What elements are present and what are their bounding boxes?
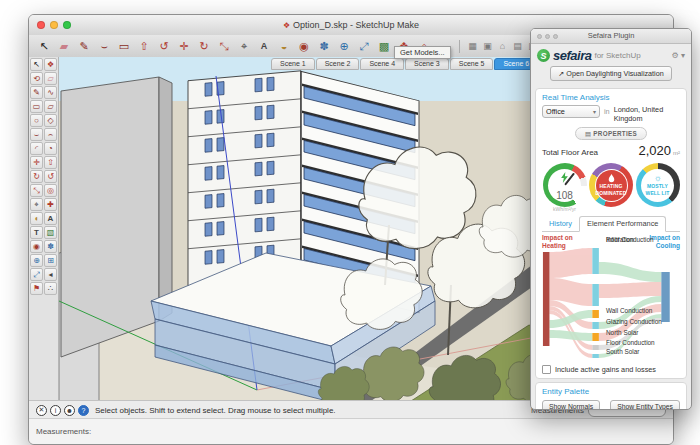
pie-tool[interactable]: ◔ [44,142,57,155]
freehand-tool[interactable]: ∿ [44,86,57,99]
select-tool[interactable]: ↖ [30,58,43,71]
analysis-tabs: History Element Performance [542,216,680,232]
rotate-tool[interactable]: ↻ [30,170,43,183]
zoom-extents-tool[interactable]: ⤢ [30,268,43,281]
eraser-tool-icon[interactable]: ▰ [54,38,74,55]
open-daylighting-button[interactable]: ↗ Open Daylighting Visualization [550,66,671,81]
tab-history[interactable]: History [542,217,579,231]
rectangle-tool-icon[interactable]: ▭ [114,38,134,55]
zoom-window-tool[interactable]: ⊞ [44,254,57,267]
real-time-analysis-heading: Real Time Analysis [542,93,680,102]
sefaira-brand-suffix: for SketchUp [594,51,640,60]
zoom-window-button[interactable] [63,21,71,29]
orbit-tool[interactable]: ◉ [30,240,43,253]
plugin-toolbar-icon-2[interactable]: ▣ [480,38,495,55]
line-tool[interactable]: ✎ [30,86,43,99]
plugin-toolbar-icon-3[interactable]: ⌂ [495,38,510,55]
show-entity-types-button[interactable]: Show Entity Types [610,400,680,410]
orbit-tool-icon[interactable]: ◉ [294,38,314,55]
scene-tabs: Scene 1Scene 2Scene 4Scene 3Scene 5Scene… [271,58,538,70]
energy-unit: kWh/m²/yr [542,206,587,212]
text-tool[interactable]: A [44,212,57,225]
tape-measure-tool-icon[interactable]: ⌖ [234,38,254,55]
circle-tool[interactable]: ○ [30,114,43,127]
move-tool-icon[interactable]: ✛ [174,38,194,55]
position-camera-tool[interactable]: ⚑ [30,282,43,295]
3d-text-tool[interactable]: T [30,226,43,239]
tape-measure-tool[interactable]: ⌖ [30,198,43,211]
previous-view-tool[interactable]: ◂ [44,268,57,281]
scene-tab[interactable]: Scene 2 [316,58,360,70]
pan-tool-icon[interactable]: ✽ [314,38,334,55]
materials-icon[interactable]: ▩ [374,38,394,55]
sefaira-minimize-button[interactable] [545,34,550,39]
follow-me-tool[interactable]: ↺ [44,170,57,183]
measurements-bar: Measurements: [29,418,673,444]
sefaira-titlebar: Sefaira Plugin [531,29,691,44]
scene-tab[interactable]: Scene 4 [360,58,404,70]
claim-credit-status-icon[interactable]: ☻ [64,405,75,416]
rectangle-tool[interactable]: ▭ [30,100,43,113]
external-link-icon: ↗ [558,69,564,78]
dimension-tool-icon[interactable]: A [254,38,274,55]
properties-button[interactable]: ▤ PROPERTIES [575,127,647,140]
rotated-rectangle-tool[interactable]: ▱ [44,100,57,113]
daylight-gauge-ring: ☼ MOSTLY WELL LIT [636,163,680,207]
active-gains-checkbox[interactable] [542,365,551,374]
eraser-tool[interactable]: ▱ [44,72,57,85]
scene-tab[interactable]: Scene 3 [405,58,449,70]
impact-on-heating-label: Impact on Heating [542,234,573,250]
zoom-extents-tool-icon[interactable]: ⤢ [354,38,374,55]
three-point-arc-tool[interactable]: ◜ [30,142,43,155]
rotate-tool-icon[interactable]: ↻ [194,38,214,55]
plugin-toolbar-icon-4[interactable]: ▤ [510,38,525,55]
gauges-row: 108 kWh/m²/yr HEATING DOMINATED [542,163,680,212]
plugin-toolbar-icon-1[interactable]: ▦ [465,38,480,55]
scale-tool[interactable]: ⤡ [30,184,43,197]
sankey-node-label: North Solar [606,329,638,336]
arc-tool[interactable]: ⌣ [30,128,43,141]
geolocation-status-icon[interactable]: ✕ [36,405,47,416]
scene-tab[interactable]: Scene 5 [450,58,494,70]
zoom-tool[interactable]: ⊕ [30,254,43,267]
help-status-icon[interactable]: ? [78,405,89,416]
paint-bucket-tool-icon[interactable]: ◒ [274,38,294,55]
credits-status-icon[interactable]: i [50,405,61,416]
component-tool[interactable]: ❖ [44,58,57,71]
energy-value: 108 [543,190,587,201]
close-window-button[interactable] [37,21,45,29]
two-point-arc-tool[interactable]: ⌢ [44,128,57,141]
arc-tool-icon[interactable]: ⌣ [94,38,114,55]
gear-icon[interactable]: ⚙ ▾ [672,51,685,60]
select-tool-icon[interactable]: ↖ [34,38,54,55]
sefaira-zoom-button[interactable] [553,34,558,39]
pan-tool[interactable]: ✽ [44,240,57,253]
show-normals-button[interactable]: Show Normals [542,400,600,410]
tab-element-performance[interactable]: Element Performance [579,216,666,232]
orbit-mini-tool[interactable]: ⟲ [30,72,43,85]
protractor-tool[interactable]: ◖ [30,212,43,225]
location-value[interactable]: London, United Kingdom [614,105,676,123]
section-plane-tool[interactable]: ▧ [44,226,57,239]
polygon-tool[interactable]: ◇ [44,114,57,127]
scene-tab[interactable]: Scene 1 [271,58,315,70]
toolbar-separator [459,40,460,53]
sankey-node-label: South Solar [606,348,639,355]
push-pull-tool[interactable]: ⇧ [44,156,57,169]
sefaira-close-button[interactable] [537,34,542,39]
daylight-gauge: ☼ MOSTLY WELL LIT [635,163,680,212]
scale-tool-icon[interactable]: ⤡ [214,38,234,55]
minimize-window-button[interactable] [50,21,58,29]
list-icon: ▤ [585,130,591,137]
line-tool-icon[interactable]: ✎ [74,38,94,55]
flame-icon [608,174,615,183]
walk-tool[interactable]: ∴ [44,282,57,295]
move-tool[interactable]: ✛ [30,156,43,169]
push-pull-tool-icon[interactable]: ⇧ [134,38,154,55]
zoom-tool-icon[interactable]: ⊕ [334,38,354,55]
use-type-select[interactable]: Office ▾ [542,105,600,118]
axes-tool[interactable]: ✚ [44,198,57,211]
sefaira-logo-icon: S [537,49,550,62]
follow-me-tool-icon[interactable]: ↺ [154,38,174,55]
offset-tool[interactable]: ◎ [44,184,57,197]
